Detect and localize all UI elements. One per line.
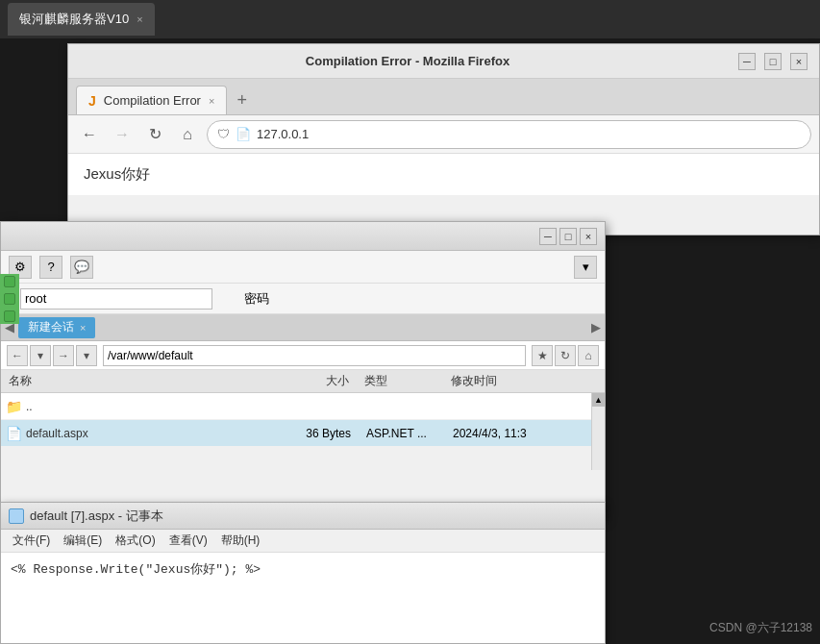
- ftp-sessions: ◀ 新建会话 × ▶: [1, 314, 605, 341]
- path-field[interactable]: [103, 345, 526, 366]
- ftp-scrollbar[interactable]: ▲: [591, 393, 605, 470]
- browser-nav: ← → ↻ ⌂ 🛡 📄 127.0.0.1: [68, 115, 819, 154]
- file-name-dotdot: ..: [22, 400, 272, 413]
- ftp-file-header: 名称 大小 类型 修改时间: [1, 370, 605, 393]
- path-home-btn[interactable]: ⌂: [578, 345, 599, 366]
- forward-button[interactable]: →: [109, 121, 136, 148]
- path-back-btn[interactable]: ←: [7, 345, 28, 366]
- toolbar-chat-icon[interactable]: 💬: [70, 256, 93, 279]
- notepad-content[interactable]: <% Response.Write("Jexus你好"); %>: [1, 553, 605, 643]
- browser-tab[interactable]: J Compilation Error ×: [76, 86, 227, 114]
- notepad-menubar: 文件(F) 编辑(E) 格式(O) 查看(V) 帮助(H): [1, 530, 605, 553]
- host-field[interactable]: [20, 288, 212, 310]
- session-tab[interactable]: 新建会话 ×: [18, 317, 95, 338]
- taskbar-close-icon[interactable]: ×: [137, 13, 142, 25]
- sidebar-button[interactable]: [0, 274, 19, 324]
- browser-close[interactable]: ×: [790, 53, 808, 70]
- scrollbar-up[interactable]: ▲: [592, 393, 605, 407]
- tab-icon: J: [88, 93, 96, 109]
- session-tab-label: 新建会话: [28, 319, 74, 335]
- refresh-button[interactable]: ↻: [141, 121, 168, 148]
- file-date-aspx: 2024/4/3, 11:3: [445, 427, 560, 440]
- file-icon: 📄: [5, 425, 22, 442]
- table-row[interactable]: 📄 default.aspx 36 Bytes ASP.NET ... 2024…: [1, 420, 605, 447]
- menu-help[interactable]: 帮助(H): [215, 531, 266, 551]
- notepad-window: default [7].aspx - 记事本 文件(F) 编辑(E) 格式(O)…: [0, 502, 606, 644]
- csdn-text: CSDN @六子12138: [709, 621, 812, 634]
- session-right-nav[interactable]: ▶: [591, 320, 601, 334]
- browser-titlebar: Compilation Error - Mozilla Firefox ─ □ …: [68, 44, 819, 79]
- toolbar-scroll-down[interactable]: ▾: [574, 256, 597, 279]
- session-close-icon[interactable]: ×: [80, 322, 86, 334]
- address-bar[interactable]: 🛡 📄 127.0.0.1: [207, 120, 811, 149]
- sidebar-dot-2: [4, 293, 15, 305]
- path-forward-btn[interactable]: →: [53, 345, 74, 366]
- ftp-titlebar: ─ □ ×: [1, 222, 605, 251]
- csdn-watermark: CSDN @六子12138: [709, 620, 812, 636]
- address-text: 127.0.0.1: [257, 127, 309, 141]
- file-name-aspx: default.aspx: [22, 427, 272, 440]
- home-button[interactable]: ⌂: [174, 121, 201, 148]
- file-size-aspx: 36 Bytes: [272, 427, 359, 440]
- doc-icon: 📄: [236, 127, 251, 141]
- browser-minimize[interactable]: ─: [738, 53, 756, 70]
- password-label: 密码: [218, 290, 295, 308]
- tab-close-icon[interactable]: ×: [209, 95, 214, 107]
- toolbar-question-icon[interactable]: ?: [39, 256, 62, 279]
- new-tab-button[interactable]: +: [227, 86, 257, 114]
- back-button[interactable]: ←: [76, 121, 103, 148]
- path-nav-buttons: ← ▾ → ▾: [7, 345, 97, 366]
- sidebar-dot-1: [4, 276, 15, 287]
- notepad-title: default [7].aspx - 记事本: [30, 508, 163, 525]
- tab-label: Compilation Error: [104, 93, 201, 108]
- taskbar-item[interactable]: 银河麒麟服务器V10 ×: [8, 3, 155, 36]
- page-content-text: Jexus你好: [84, 165, 150, 182]
- ftp-close[interactable]: ×: [580, 228, 597, 245]
- path-star-btn[interactable]: ★: [532, 345, 553, 366]
- menu-file[interactable]: 文件(F): [7, 531, 56, 551]
- ftp-minimize[interactable]: ─: [539, 228, 557, 245]
- shield-icon: 🛡: [217, 127, 230, 141]
- menu-edit[interactable]: 编辑(E): [58, 531, 108, 551]
- notepad-code: <% Response.Write("Jexus你好"); %>: [11, 562, 261, 577]
- ftp-maximize[interactable]: □: [559, 228, 577, 245]
- menu-format[interactable]: 格式(O): [110, 531, 161, 551]
- ftp-window: ─ □ × ⚙ ? 💬 ▾ ▾ 密码 ◀ 新建会话 × ▶ ← ▾ → ▾: [0, 221, 606, 519]
- ftp-file-list: 📁 .. 📄 default.aspx 36 Bytes ASP.NET ...…: [1, 393, 605, 447]
- menu-view[interactable]: 查看(V): [163, 531, 213, 551]
- path-dropdown2-btn[interactable]: ▾: [76, 345, 97, 366]
- taskbar: 银河麒麟服务器V10 ×: [0, 0, 820, 38]
- ftp-conn-bar: ▾ 密码: [1, 284, 605, 314]
- browser-maximize[interactable]: □: [764, 53, 782, 70]
- col-name-header: 名称: [1, 373, 270, 389]
- path-dropdown-btn[interactable]: ▾: [30, 345, 51, 366]
- table-row[interactable]: 📁 ..: [1, 393, 605, 420]
- notepad-icon: [9, 508, 24, 524]
- col-size-header: 大小: [270, 373, 357, 389]
- file-type-aspx: ASP.NET ...: [359, 427, 445, 440]
- browser-content: Jexus你好: [68, 154, 819, 195]
- taskbar-item-label: 银河麒麟服务器V10: [19, 11, 129, 28]
- notepad-titlebar: default [7].aspx - 记事本: [1, 503, 605, 530]
- ftp-file-list-area: 📁 .. 📄 default.aspx 36 Bytes ASP.NET ...…: [1, 393, 605, 470]
- col-type-header: 类型: [357, 373, 443, 389]
- ftp-toolbar: ⚙ ? 💬 ▾: [1, 251, 605, 284]
- browser-window: Compilation Error - Mozilla Firefox ─ □ …: [67, 43, 820, 235]
- sidebar-dot-3: [4, 310, 15, 322]
- col-date-header: 修改时间: [443, 373, 559, 389]
- folder-icon: 📁: [5, 398, 22, 415]
- browser-title: Compilation Error - Mozilla Firefox: [80, 54, 735, 68]
- path-reload-btn[interactable]: ↻: [555, 345, 576, 366]
- ftp-path-bar: ← ▾ → ▾ ★ ↻ ⌂: [1, 341, 605, 370]
- path-icons: ★ ↻ ⌂: [532, 345, 599, 366]
- browser-tab-bar: J Compilation Error × +: [68, 79, 819, 115]
